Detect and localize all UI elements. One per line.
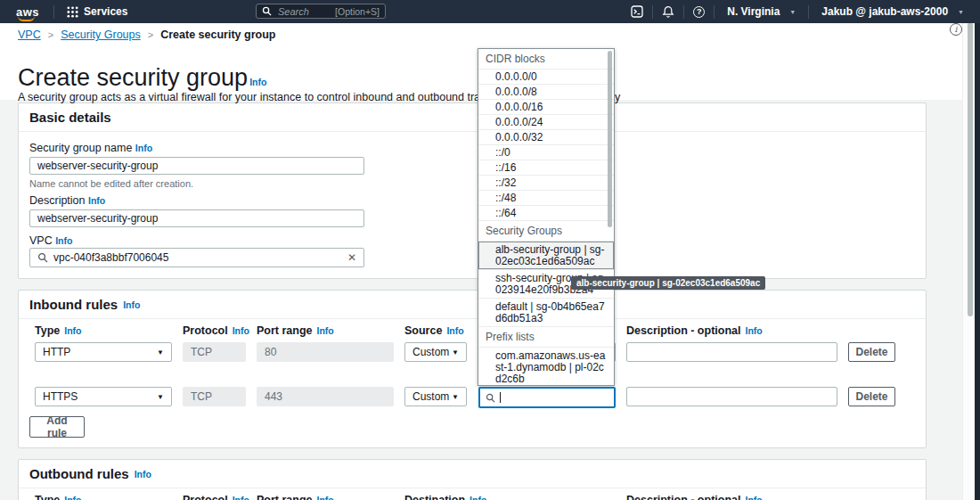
dropdown-option[interactable]: ::/48 [478, 191, 614, 206]
aws-smile-mark [18, 16, 35, 21]
page-title-info-link[interactable]: Info [249, 77, 266, 87]
dropdown-group-header-cidr: CIDR blocks [478, 49, 614, 70]
search-input[interactable] [276, 5, 331, 18]
dropdown-option[interactable]: 0.0.0.0/0 [478, 70, 614, 85]
region-selector[interactable]: N. Virginia ▼ [723, 5, 799, 18]
outbound-rules-info-link[interactable]: Info [135, 469, 151, 480]
rule-description-input[interactable] [626, 387, 837, 406]
destination-column-header: DestinationInfo [404, 494, 486, 500]
dropdown-option[interactable]: default | sg-0b4b65ea7d6db51a3 [478, 299, 614, 327]
dropdown-scrollbar-thumb[interactable] [608, 51, 612, 227]
outbound-rules-heading: Outbound rules [29, 466, 129, 481]
delete-rule-button[interactable]: Delete [848, 387, 895, 406]
cloudshell-terminal-icon [631, 5, 643, 18]
protocol-column-label: Protocol [183, 324, 228, 337]
source-search-input-focused[interactable] [478, 387, 616, 408]
services-grid-icon [67, 6, 78, 18]
source-type-select[interactable]: Custom▼ [404, 387, 467, 406]
type-select-https[interactable]: HTTPS▼ [35, 387, 172, 406]
security-group-name-label-text: Security group name [29, 142, 132, 154]
clear-vpc-icon[interactable]: ✕ [347, 251, 356, 264]
type-select-http[interactable]: HTTP▼ [35, 342, 172, 362]
chevron-down-icon: ▼ [958, 9, 964, 15]
protocol-column-header: ProtocolInfo [183, 494, 249, 500]
dropdown-option[interactable]: ::/0 [478, 145, 614, 160]
port-range-column-label: Port range [257, 494, 313, 500]
chevron-down-icon: ▼ [157, 393, 164, 401]
search-icon [262, 6, 272, 16]
port-range-info-link[interactable]: Info [317, 325, 334, 336]
divider [808, 5, 809, 19]
page-title: Create security groupInfo [18, 64, 266, 92]
text-cursor [500, 392, 501, 403]
outbound-rules-panel: Outbound rules Info TypeInfo ProtocolInf… [18, 459, 927, 500]
services-menu-button[interactable]: Services [63, 5, 131, 18]
dropdown-option[interactable]: 0.0.0.0/24 [478, 115, 614, 130]
cloudshell-button[interactable] [631, 5, 643, 18]
destination-info-link[interactable]: Info [470, 495, 486, 500]
security-group-name-info-link[interactable]: Info [135, 143, 152, 153]
source-info-link[interactable]: Info [446, 325, 463, 336]
description-optional-info-link[interactable]: Info [745, 325, 762, 336]
search-icon [37, 252, 48, 263]
source-options-dropdown: CIDR blocks 0.0.0.0/0 0.0.0.0/8 0.0.0.0/… [478, 48, 615, 386]
bell-icon [662, 5, 674, 18]
divider [714, 5, 715, 19]
global-search[interactable]: [Option+S] [256, 4, 386, 19]
source-type-value: Custom [412, 346, 449, 358]
vpc-info-link[interactable]: Info [55, 235, 72, 246]
chevron-down-icon: ▼ [452, 348, 459, 357]
port-range-field [257, 342, 394, 362]
security-group-name-label: Security group name Info [29, 142, 152, 154]
breadcrumb-security-groups-link[interactable]: Security Groups [61, 29, 141, 41]
aws-logo[interactable]: aws [16, 6, 39, 18]
type-column-label: Type [35, 324, 60, 337]
dropdown-option[interactable]: 0.0.0.0/16 [478, 100, 614, 115]
type-info-link[interactable]: Info [64, 495, 81, 500]
type-info-link[interactable]: Info [64, 325, 81, 336]
destination-column-label: Destination [404, 494, 465, 500]
source-type-select[interactable]: Custom▼ [404, 342, 467, 362]
divider [53, 5, 54, 19]
page-scrollbar-thumb[interactable] [968, 22, 973, 316]
notifications-button[interactable] [662, 5, 674, 18]
dropdown-option[interactable]: com.amazonaws.us-east-1.dynamodb | pl-02… [478, 348, 614, 386]
description-info-link[interactable]: Info [88, 195, 105, 206]
protocol-column-label: Protocol [183, 494, 228, 500]
vpc-select-input[interactable]: vpc-040f3a8bbf7006045 ✕ [29, 248, 364, 267]
source-type-value: Custom [412, 390, 449, 403]
protocol-info-link[interactable]: Info [233, 325, 249, 336]
info-panel-icon[interactable]: i [950, 23, 962, 36]
top-navigation-bar: aws Services [Option+S] ? [0, 0, 980, 23]
rule-description-input[interactable] [626, 342, 837, 362]
protocol-info-link[interactable]: Info [233, 495, 249, 500]
description-label: Description Info [29, 194, 105, 207]
dropdown-option[interactable]: ::/32 [478, 176, 614, 191]
services-label: Services [84, 5, 127, 18]
inbound-rules-panel: Inbound rules Info TypeInfo ProtocolInfo… [18, 290, 927, 448]
description-input[interactable] [29, 209, 364, 227]
description-optional-info-link[interactable]: Info [745, 495, 762, 500]
add-rule-button[interactable]: Add rule [29, 416, 85, 438]
chevron-down-icon: ▼ [157, 348, 164, 357]
help-button[interactable]: ? [693, 6, 705, 18]
chevron-down-icon: ▼ [452, 393, 459, 401]
dropdown-option-highlighted[interactable]: alb-security-group | sg-02ec03c1ed6a509a… [478, 242, 614, 270]
account-menu[interactable]: Jakub @ jakub-aws-2000 ▼ [818, 5, 968, 18]
protocol-column-header: ProtocolInfo [183, 324, 249, 337]
basic-details-panel: Basic details Security group name Info N… [18, 102, 927, 279]
dropdown-option[interactable]: 0.0.0.0/32 [478, 130, 614, 145]
type-column-header: TypeInfo [35, 324, 82, 337]
dropdown-option[interactable]: ::/16 [478, 160, 614, 176]
inbound-rules-info-link[interactable]: Info [123, 299, 140, 310]
port-range-info-link[interactable]: Info [317, 495, 334, 500]
security-group-name-input[interactable] [29, 157, 364, 175]
vpc-label-text: VPC [29, 234, 53, 247]
page-title-text: Create security group [18, 64, 248, 91]
delete-rule-button[interactable]: Delete [848, 342, 895, 362]
outbound-rules-header: Outbound rules Info [19, 460, 926, 488]
dropdown-option[interactable]: ::/64 [478, 206, 614, 221]
protocol-field [183, 387, 246, 406]
dropdown-option[interactable]: 0.0.0.0/8 [478, 85, 614, 100]
breadcrumb-vpc-link[interactable]: VPC [18, 29, 41, 41]
